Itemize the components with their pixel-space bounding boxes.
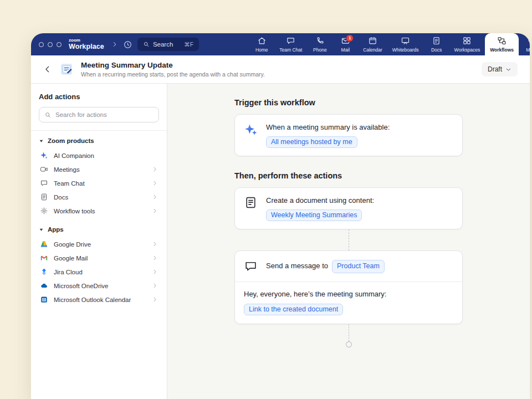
chat-bubble-icon — [244, 259, 258, 273]
chevron-right-icon — [152, 283, 158, 289]
phone-icon — [315, 36, 325, 45]
workflow-title-block: Meeting Summary Update When a recurring … — [81, 61, 265, 78]
window-close-button[interactable] — [39, 42, 44, 47]
workflow-canvas: Trigger this workflow When a meeting sum… — [167, 84, 530, 399]
add-step-node[interactable] — [346, 341, 352, 347]
history-icon[interactable] — [122, 38, 134, 50]
nav-label: Mail — [341, 47, 350, 53]
zoom-workplace-logo: zoom Workplace — [69, 33, 104, 55]
nav-item-home[interactable]: Home — [249, 33, 274, 55]
app-window: zoom Workplace Search ⌘F Home Team Chat — [31, 33, 530, 399]
calendar-icon — [368, 36, 377, 45]
nav-item-workflows[interactable]: Workflows — [485, 33, 519, 55]
nav-label: Phone — [313, 47, 327, 53]
ai-companion-icon — [40, 151, 48, 160]
item-label: Google Drive — [54, 241, 91, 248]
recipient-chip[interactable]: Product Team — [332, 260, 385, 274]
section-title: Apps — [48, 226, 64, 233]
chevron-right-icon — [152, 269, 158, 275]
nav-item-more[interactable]: More — [519, 33, 530, 55]
nav-label: Docs — [431, 47, 442, 53]
outlook-calendar-icon — [40, 295, 48, 304]
workflows-icon — [497, 36, 507, 45]
docs-icon — [432, 36, 441, 45]
create-document-text: Create a document using content: — [266, 196, 374, 206]
chevron-right-icon — [152, 255, 158, 261]
back-button[interactable] — [43, 65, 52, 74]
search-input[interactable] — [55, 111, 154, 118]
sidebar-item-microsoft-onedrive[interactable]: Microsoft OneDrive — [39, 279, 159, 293]
sidebar-item-workflow-tools[interactable]: Workflow tools — [39, 204, 159, 218]
item-label: Microsoft OneDrive — [54, 283, 108, 289]
workspaces-icon — [462, 36, 472, 45]
send-message-card[interactable]: Send a message toProduct Team Hey, every… — [234, 250, 463, 324]
document-content-chip[interactable]: Weekly Meeting Summaries — [266, 209, 362, 221]
google-drive-icon — [40, 240, 48, 248]
sidebar-item-microsoft-outlook-calendar[interactable]: Microsoft Outlook Calendar — [39, 293, 159, 306]
sidebar-item-docs[interactable]: Docs — [39, 190, 159, 204]
nav-item-phone[interactable]: Phone — [307, 33, 332, 55]
divider — [31, 130, 167, 131]
document-link-chip[interactable]: Link to the created document — [244, 304, 343, 315]
google-mail-icon — [40, 254, 48, 262]
sidebar-item-google-mail[interactable]: Google Mail — [39, 251, 159, 265]
chevron-right-icon — [152, 194, 158, 200]
flow-connector — [349, 229, 349, 250]
sidebar-item-meetings[interactable]: Meetings — [39, 162, 159, 176]
ai-sparkle-icon — [244, 122, 258, 136]
team-chat-icon — [40, 179, 48, 187]
status-dropdown[interactable]: Draft — [482, 62, 518, 76]
send-message-row: Send a message toProduct Team — [266, 260, 385, 274]
send-message-text: Send a message to — [266, 262, 328, 270]
whiteboards-icon — [401, 36, 410, 45]
nav-item-calendar[interactable]: Calendar — [358, 33, 387, 55]
sidebar-item-team-chat[interactable]: Team Chat — [39, 176, 159, 190]
window-zoom-button[interactable] — [57, 42, 62, 47]
triangle-down-icon — [39, 227, 44, 232]
workflow-header: Meeting Summary Update When a recurring … — [31, 55, 530, 84]
flow-connector — [349, 324, 349, 341]
message-body: Hey, everyone, here’s the meeting summar… — [235, 282, 462, 323]
trigger-heading: Trigger this workflow — [234, 98, 463, 107]
item-label: AI Companion — [54, 152, 94, 159]
page-subtitle: When a recurring meeting starts, post th… — [81, 71, 265, 78]
item-label: Jira Cloud — [54, 269, 83, 275]
chevron-right-icon — [152, 296, 158, 303]
sidebar-item-google-drive[interactable]: Google Drive — [39, 237, 159, 251]
nav-item-whiteboards[interactable]: Whiteboards — [387, 33, 424, 55]
actions-heading: Then, perform these actions — [234, 171, 463, 180]
chevron-right-icon[interactable] — [111, 41, 118, 48]
nav-label: Workflows — [490, 47, 514, 53]
page-title: Meeting Summary Update — [81, 61, 265, 69]
window-minimize-button[interactable] — [48, 42, 53, 47]
item-label: Docs — [54, 194, 68, 201]
section-zoom-products[interactable]: Zoom products — [39, 137, 159, 144]
jira-cloud-icon — [40, 268, 48, 276]
nav-item-docs[interactable]: Docs — [424, 33, 449, 55]
create-document-card[interactable]: Create a document using content: Weekly … — [234, 187, 463, 229]
item-label: Microsoft Outlook Calendar — [54, 296, 131, 303]
nav-item-team-chat[interactable]: Team Chat — [274, 33, 307, 55]
sidebar-item-ai-companion[interactable]: AI Companion — [39, 149, 159, 162]
trigger-scope-chip[interactable]: All meetings hosted by me — [266, 136, 357, 148]
team-chat-icon — [286, 36, 295, 45]
sidebar-item-jira-cloud[interactable]: Jira Cloud — [39, 265, 159, 279]
global-search-button[interactable]: Search ⌘F — [137, 38, 199, 51]
workflow-emoji-icon — [59, 62, 74, 76]
app-body: Add actions Zoom products AI Companion M… — [31, 84, 530, 399]
section-apps[interactable]: Apps — [39, 226, 159, 233]
nav-label: Calendar — [363, 47, 382, 53]
document-icon — [244, 196, 258, 209]
search-shortcut: ⌘F — [184, 41, 193, 48]
item-label: Workflow tools — [54, 208, 95, 214]
window-controls — [39, 33, 62, 55]
onedrive-icon — [40, 282, 48, 290]
brand-workplace: Workplace — [69, 43, 104, 51]
nav-item-workspaces[interactable]: Workspaces — [449, 33, 485, 55]
trigger-card[interactable]: When a meeting summary is available: All… — [234, 114, 463, 156]
chevron-right-icon — [152, 208, 158, 214]
section-title: Zoom products — [48, 137, 94, 144]
item-label: Meetings — [54, 166, 80, 173]
nav-item-mail[interactable]: 1 Mail — [332, 33, 358, 55]
workflow-tools-icon — [40, 207, 48, 215]
